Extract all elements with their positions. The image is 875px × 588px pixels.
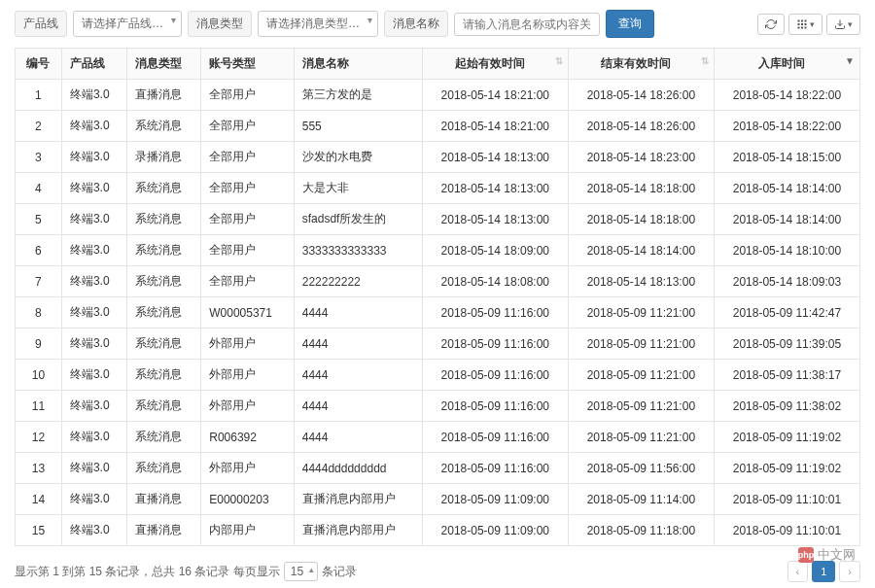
col-account-type[interactable]: 账号类型 — [201, 49, 294, 80]
msg-type-label: 消息类型 — [188, 11, 252, 37]
table-cell: 2018-05-09 11:16:00 — [422, 360, 568, 391]
columns-button[interactable]: ▾ — [788, 14, 822, 35]
col-id[interactable]: 编号 — [16, 49, 62, 80]
table-cell: 系统消息 — [127, 235, 201, 266]
data-table: 编号 产品线 消息类型 账号类型 消息名称 起始有效时间 结束有效时间 入库时间… — [15, 48, 860, 546]
table-cell: 4444 — [294, 297, 422, 329]
search-input[interactable] — [454, 13, 600, 36]
table-cell: 外部用户 — [201, 360, 294, 391]
table-cell: 终端3.0 — [61, 111, 126, 142]
table-cell: 1 — [16, 80, 62, 111]
table-cell: 222222222 — [294, 266, 422, 297]
msg-type-select[interactable]: 请选择消息类型… — [258, 11, 378, 37]
table-cell: 2018-05-14 18:26:00 — [568, 80, 714, 111]
table-cell: 2018-05-09 11:10:01 — [714, 484, 859, 515]
table-cell: 2018-05-09 11:16:00 — [422, 422, 568, 453]
table-cell: 终端3.0 — [61, 484, 126, 515]
page-1-button[interactable]: 1 — [812, 561, 835, 582]
table-row[interactable]: 5终端3.0系统消息全部用户sfadsdf所发生的2018-05-14 18:1… — [16, 204, 860, 235]
summary-prefix: 显示第 1 到第 15 条记录，总共 16 条记录 每页显示 — [15, 564, 280, 580]
svg-rect-3 — [798, 23, 800, 25]
watermark-logo: php — [798, 547, 814, 563]
table-row[interactable]: 9终端3.0系统消息外部用户44442018-05-09 11:16:00201… — [16, 329, 860, 360]
product-line-select[interactable]: 请选择产品线… — [73, 11, 182, 37]
table-header-row: 编号 产品线 消息类型 账号类型 消息名称 起始有效时间 结束有效时间 入库时间 — [16, 49, 860, 80]
table-cell: R006392 — [201, 422, 294, 453]
col-msg-name[interactable]: 消息名称 — [294, 49, 422, 80]
table-row[interactable]: 3终端3.0录播消息全部用户沙发的水电费2018-05-14 18:13:002… — [16, 142, 860, 173]
table-cell: 系统消息 — [127, 297, 201, 329]
product-line-label: 产品线 — [15, 11, 67, 37]
table-row[interactable]: 14终端3.0直播消息E00000203直播消息内部用户2018-05-09 1… — [16, 484, 860, 515]
col-product-line[interactable]: 产品线 — [61, 49, 126, 80]
table-cell: 2018-05-14 18:21:00 — [422, 111, 568, 142]
table-row[interactable]: 12终端3.0系统消息R00639244442018-05-09 11:16:0… — [16, 422, 860, 453]
table-row[interactable]: 15终端3.0直播消息内部用户直播消息内部用户2018-05-09 11:09:… — [16, 515, 860, 546]
table-cell: 2018-05-14 18:09:00 — [422, 235, 568, 266]
table-row[interactable]: 10终端3.0系统消息外部用户44442018-05-09 11:16:0020… — [16, 360, 860, 391]
table-row[interactable]: 2终端3.0系统消息全部用户5552018-05-14 18:21:002018… — [16, 111, 860, 142]
table-cell: 2018-05-14 18:13:00 — [422, 142, 568, 173]
col-start-time[interactable]: 起始有效时间 — [422, 49, 568, 80]
table-cell: 2018-05-14 18:14:00 — [714, 173, 859, 204]
table-cell: 8 — [16, 297, 62, 329]
table-cell: 系统消息 — [127, 360, 201, 391]
table-cell: 2018-05-09 11:09:00 — [422, 484, 568, 515]
pagination-summary: 显示第 1 到第 15 条记录，总共 16 条记录 每页显示 15 条记录 — [15, 562, 357, 581]
query-button[interactable]: 查询 — [606, 10, 654, 38]
col-msg-type[interactable]: 消息类型 — [127, 49, 201, 80]
table-row[interactable]: 13终端3.0系统消息外部用户4444ddddddddd2018-05-09 1… — [16, 453, 860, 484]
table-cell: 终端3.0 — [61, 173, 126, 204]
table-cell: 第三方发的是 — [294, 80, 422, 111]
table-cell: 2018-05-14 18:18:00 — [568, 204, 714, 235]
table-cell: 2 — [16, 111, 62, 142]
pagination-controls: ‹ 1 › — [788, 561, 860, 582]
table-cell: 2018-05-09 11:16:00 — [422, 453, 568, 484]
table-cell: 外部用户 — [201, 453, 294, 484]
page-size-select[interactable]: 15 — [284, 562, 318, 581]
table-cell: 2018-05-09 11:38:02 — [714, 391, 859, 422]
table-cell: 直播消息内部用户 — [294, 515, 422, 546]
table-row[interactable]: 6终端3.0系统消息全部用户33333333333332018-05-14 18… — [16, 235, 860, 266]
table-cell: 2018-05-14 18:21:00 — [422, 80, 568, 111]
table-cell: 系统消息 — [127, 111, 201, 142]
table-cell: 终端3.0 — [61, 391, 126, 422]
summary-suffix: 条记录 — [322, 564, 357, 580]
chevron-down-icon: ▾ — [848, 19, 853, 29]
table-cell: 录播消息 — [127, 142, 201, 173]
table-cell: 2018-05-09 11:16:00 — [422, 329, 568, 360]
refresh-button[interactable] — [757, 14, 785, 35]
export-button[interactable]: ▾ — [826, 14, 860, 35]
svg-rect-6 — [798, 26, 800, 28]
msg-name-label: 消息名称 — [384, 11, 448, 37]
table-cell: 2018-05-09 11:21:00 — [568, 329, 714, 360]
table-row[interactable]: 7终端3.0系统消息全部用户2222222222018-05-14 18:08:… — [16, 266, 860, 297]
table-row[interactable]: 8终端3.0系统消息W0000537144442018-05-09 11:16:… — [16, 297, 860, 329]
prev-page-button[interactable]: ‹ — [788, 561, 809, 582]
col-end-time[interactable]: 结束有效时间 — [568, 49, 714, 80]
table-cell: 2018-05-14 18:15:00 — [714, 142, 859, 173]
table-cell: 2018-05-14 18:14:00 — [568, 235, 714, 266]
table-cell: 系统消息 — [127, 422, 201, 453]
col-created-time[interactable]: 入库时间 — [714, 49, 859, 80]
table-row[interactable]: 1终端3.0直播消息全部用户第三方发的是2018-05-14 18:21:002… — [16, 80, 860, 111]
table-cell: 2018-05-09 11:42:47 — [714, 297, 859, 329]
svg-rect-5 — [805, 23, 807, 25]
table-cell: 2018-05-14 18:23:00 — [568, 142, 714, 173]
table-row[interactable]: 11终端3.0系统消息外部用户44442018-05-09 11:16:0020… — [16, 391, 860, 422]
table-cell: 4444 — [294, 422, 422, 453]
table-cell: 11 — [16, 391, 62, 422]
table-cell: 2018-05-09 11:21:00 — [568, 422, 714, 453]
table-row[interactable]: 4终端3.0系统消息全部用户大是大非2018-05-14 18:13:00201… — [16, 173, 860, 204]
table-cell: 终端3.0 — [61, 142, 126, 173]
next-page-button[interactable]: › — [839, 561, 860, 582]
table-cell: 系统消息 — [127, 453, 201, 484]
table-cell: 2018-05-09 11:18:00 — [568, 515, 714, 546]
table-cell: 2018-05-14 18:26:00 — [568, 111, 714, 142]
table-cell: 终端3.0 — [61, 266, 126, 297]
table-cell: 2018-05-09 11:10:01 — [714, 515, 859, 546]
svg-rect-4 — [801, 23, 803, 25]
table-cell: 6 — [16, 235, 62, 266]
table-cell: W00005371 — [201, 297, 294, 329]
table-cell: 全部用户 — [201, 173, 294, 204]
